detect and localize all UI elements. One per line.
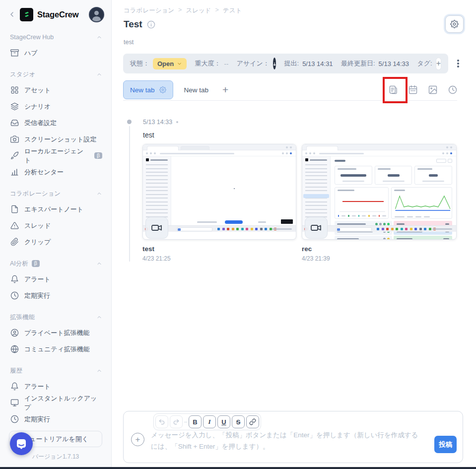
video-camera-icon — [145, 217, 168, 239]
message-actions-dot[interactable] — [176, 121, 178, 123]
sidebar-item-expert-note[interactable]: エキスパートノート — [0, 201, 111, 217]
sidebar-item-clip[interactable]: クリップ — [0, 234, 111, 250]
more-options-menu[interactable] — [453, 57, 463, 70]
mini-app-sidebar — [143, 156, 171, 225]
sidebar-item-screenshot-settings[interactable]: スクリーンショット設定 — [0, 131, 111, 147]
tab-active[interactable]: New tab — [123, 80, 173, 99]
sidebar: StageCrew StageCrew Hub ハブ スタジオ アセット シナリ… — [0, 0, 112, 467]
sidebar-item-receiver-settings[interactable]: 受信者設定 — [0, 115, 111, 131]
tab-second[interactable]: New tab — [173, 86, 220, 94]
sidebar-item-thread[interactable]: スレッド — [0, 217, 111, 234]
italic-button[interactable]: I — [203, 415, 216, 428]
chevron-up-icon — [96, 314, 102, 320]
section-label: AI分析 — [10, 260, 28, 268]
add-tag-button[interactable]: + — [436, 58, 441, 70]
tab-label: New tab — [130, 86, 155, 94]
post-button[interactable]: 投稿 — [434, 436, 457, 453]
sidebar-item-scenario[interactable]: シナリオ — [0, 98, 111, 115]
sidebar-item-label: シナリオ — [24, 102, 51, 111]
undo-button[interactable] — [155, 415, 168, 428]
main-content: コラボレーション > スレッド > テスト Test test 状態： Open… — [112, 0, 476, 467]
sidebar-item-history-scheduled-run[interactable]: 定期実行 — [0, 411, 111, 427]
add-tab-button[interactable]: + — [219, 84, 231, 96]
message-timestamp: 5/13 14:33 — [143, 119, 172, 126]
underline-button[interactable]: U — [217, 415, 230, 428]
sidebar-item-history-alert[interactable]: アラート — [0, 378, 111, 395]
section-ai-analysis[interactable]: AI分析 β — [0, 256, 111, 271]
mini-app-sidebar — [302, 156, 331, 225]
assignee-label: アサイン： — [237, 59, 270, 68]
status-dropdown[interactable]: Open — [153, 58, 187, 69]
section-label: StageCrew Hub — [10, 34, 54, 41]
history-clock-icon[interactable] — [447, 83, 458, 96]
sidebar-item-hub[interactable]: ハブ — [0, 45, 111, 61]
assignee-avatar[interactable] — [273, 58, 276, 69]
message-composer: B I U S + メッセージを入力し、「投稿」ボタンまたは「Enter」を押し… — [123, 411, 463, 463]
sidebar-item-label: アラート — [24, 275, 51, 284]
section-studio[interactable]: スタジオ — [0, 67, 111, 82]
attach-plus-button[interactable]: + — [131, 433, 144, 446]
sidebar-nav: StageCrew Hub ハブ スタジオ アセット シナリオ 受信者設定 スク… — [0, 30, 111, 427]
sidebar-item-label: エキスパートノート — [24, 205, 83, 214]
breadcrumb-thread[interactable]: スレッド — [186, 6, 211, 15]
sidebar-item-label: ハブ — [24, 49, 38, 58]
submitted-value: 5/13 14:31 — [302, 60, 333, 67]
attachment-thumbnail-test[interactable] — [142, 144, 296, 240]
user-avatar[interactable] — [89, 7, 104, 22]
sidebar-item-assets[interactable]: アセット — [0, 82, 111, 98]
sidebar-item-alert[interactable]: アラート — [0, 271, 111, 287]
attachment-thumbnail-rec[interactable] — [302, 144, 457, 240]
info-icon[interactable] — [147, 20, 155, 29]
strikethrough-button[interactable]: S — [232, 415, 245, 428]
sidebar-item-local-agent[interactable]: ローカルエージェント β — [0, 147, 111, 164]
timeline-line — [129, 126, 130, 262]
attachment-name[interactable]: test — [142, 245, 296, 253]
submitted-label: 提出: — [284, 59, 299, 68]
status-value: Open — [157, 60, 174, 67]
calendar-icon[interactable] — [408, 83, 418, 96]
bold-button[interactable]: B — [189, 415, 202, 428]
section-stagecrew-hub[interactable]: StageCrew Hub — [0, 30, 111, 45]
copy-notes-icon[interactable] — [388, 83, 399, 96]
mini-chart-red-line — [335, 187, 389, 219]
link-button[interactable] — [246, 415, 259, 428]
attachment-item: rec 4/23 21:39 — [302, 144, 457, 262]
mini-dashboard — [331, 156, 456, 225]
tab-settings-gear-icon[interactable] — [159, 86, 166, 93]
message-input[interactable]: メッセージを入力し、「投稿」ボタンまたは「Enter」を押します（新しい行を作成… — [151, 430, 419, 459]
help-chat-bubble[interactable] — [10, 432, 33, 455]
sidebar-item-instant-lookup[interactable]: インスタントルックアップ — [0, 395, 111, 411]
sidebar-item-label: コミュニティ拡張機能 — [24, 345, 90, 354]
image-icon[interactable] — [427, 83, 438, 96]
bell-icon — [10, 275, 19, 283]
breadcrumb-collaboration[interactable]: コラボレーション — [124, 6, 174, 15]
sidebar-item-label: アラート — [24, 382, 51, 391]
sidebar-item-private-extensions[interactable]: プライベート拡張機能 — [0, 325, 111, 341]
browser-tab-bar — [143, 144, 296, 150]
section-history[interactable]: 履歴 — [0, 363, 111, 378]
redo-button[interactable] — [170, 415, 183, 428]
timeline-dot — [127, 120, 132, 124]
section-collaboration[interactable]: コラボレーション — [0, 186, 111, 201]
chevron-up-icon — [96, 191, 102, 197]
section-extensions[interactable]: 拡張機能 — [0, 310, 111, 325]
camera-icon — [10, 135, 19, 143]
section-label: 拡張機能 — [10, 313, 35, 322]
sidebar-item-scheduled-run[interactable]: 定期実行 — [0, 287, 111, 304]
collapse-sidebar-icon[interactable] — [8, 10, 16, 18]
sidebar-item-label: クリップ — [24, 238, 51, 247]
divider — [123, 100, 457, 101]
composer-placeholder: メッセージを入力し、「投稿」ボタンまたは「Enter」を押します（新しい行を作成… — [151, 430, 419, 453]
sidebar-item-analytics-center[interactable]: 分析センター — [0, 164, 111, 180]
composer-toolbar: B I U S — [153, 413, 261, 430]
mini-app-content — [171, 156, 296, 225]
sidebar-item-community-extensions[interactable]: コミュニティ拡張機能 — [0, 341, 111, 357]
attachment-name[interactable]: rec — [302, 245, 457, 253]
grid-icon — [10, 86, 19, 94]
severity-value[interactable]: -- — [224, 60, 229, 67]
sidebar-item-label: アセット — [24, 86, 51, 95]
sidebar-item-label: インスタントルックアップ — [24, 394, 102, 412]
alert-triangle-icon — [10, 221, 19, 230]
sidebar-item-label: 定期実行 — [24, 291, 50, 300]
thread-settings-button[interactable] — [445, 15, 464, 33]
